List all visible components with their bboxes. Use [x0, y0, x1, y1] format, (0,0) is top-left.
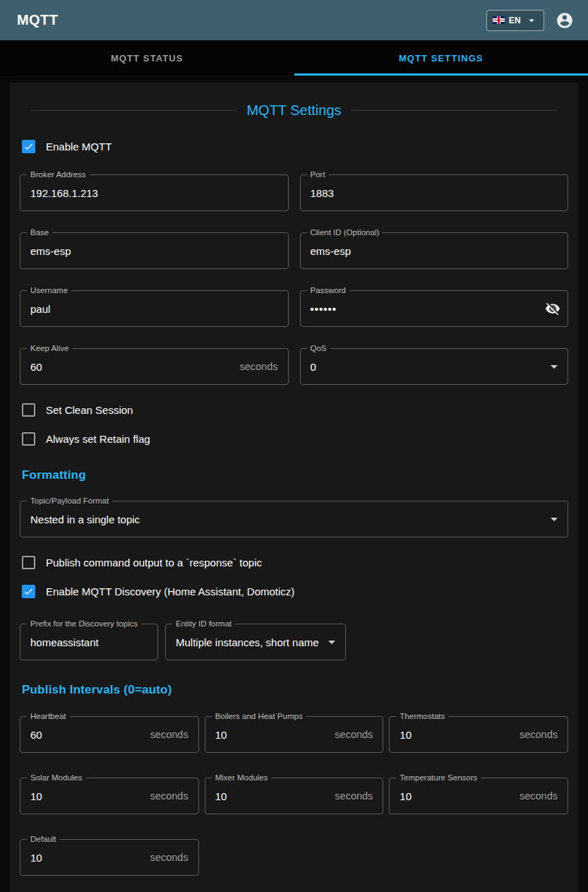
account-circle-icon — [556, 11, 574, 30]
field-suffix: seconds — [150, 852, 188, 863]
field-value: 10 — [400, 790, 514, 802]
field-label: QoS — [307, 344, 330, 353]
field-value: 60 — [30, 361, 234, 373]
field-label: Thermostats — [396, 712, 448, 721]
tab-mqtt-settings[interactable]: MQTT SETTINGS — [294, 40, 588, 76]
heartbeat-interval-field[interactable]: Heartbeat 60 seconds — [20, 716, 199, 753]
field-value: paul — [30, 303, 278, 315]
field-value: ems-esp — [30, 245, 278, 257]
divider-line — [31, 110, 236, 111]
field-label: Entity ID format — [172, 619, 235, 629]
mixer-interval-field[interactable]: Mixer Modules 10 seconds — [205, 778, 384, 814]
formatting-heading: Formatting — [22, 468, 568, 482]
mqtt-discovery-checkbox[interactable]: Enable MQTT Discovery (Home Assistant, D… — [20, 585, 568, 598]
field-value: •••••• — [311, 303, 546, 315]
account-button[interactable] — [556, 11, 575, 30]
checkbox-label: Enable MQTT Discovery (Home Assistant, D… — [46, 585, 294, 597]
field-suffix: seconds — [335, 729, 373, 740]
dropdown-arrow-icon — [546, 358, 558, 375]
field-label: Prefix for the Discovery topics — [27, 619, 141, 629]
field-label: Client ID (Optional) — [307, 228, 383, 237]
field-value: 60 — [30, 729, 145, 741]
settings-card: MQTT Settings Enable MQTT Broker Address… — [10, 83, 578, 892]
dropdown-arrow-icon — [546, 511, 558, 528]
clean-session-checkbox[interactable]: Set Clean Session — [20, 403, 568, 417]
boilers-interval-field[interactable]: Boilers and Heat Pumps 10 seconds — [205, 716, 384, 753]
retain-flag-checkbox[interactable]: Always set Retain flag — [20, 432, 568, 446]
field-suffix: seconds — [335, 790, 373, 802]
field-suffix: seconds — [520, 729, 558, 740]
field-suffix: seconds — [239, 361, 277, 372]
temperature-sensors-interval-field[interactable]: Temperature Sensors 10 seconds — [389, 778, 568, 814]
interval-fields: Heartbeat 60 seconds Boilers and Heat Pu… — [20, 716, 568, 876]
visibility-off-icon — [545, 301, 560, 316]
checkbox-unchecked-icon — [22, 432, 35, 446]
keep-alive-field[interactable]: Keep Alive 60 seconds — [20, 348, 289, 385]
field-label: Base — [27, 228, 52, 237]
checkbox-checked-icon — [22, 585, 35, 598]
qos-select[interactable]: QoS 0 — [300, 348, 569, 385]
uk-flag-icon — [493, 16, 505, 24]
page-title-text: MQTT Settings — [246, 102, 341, 119]
field-suffix: seconds — [150, 729, 188, 740]
entity-id-format-select[interactable]: Entity ID format Multiple instances, sho… — [165, 624, 346, 660]
field-label: Password — [307, 286, 350, 295]
discovery-prefix-field[interactable]: Prefix for the Discovery topics homeassi… — [20, 624, 158, 660]
client-id-field[interactable]: Client ID (Optional) ems-esp — [300, 232, 569, 269]
broker-address-field[interactable]: Broker Address 192.168.1.213 — [20, 174, 289, 211]
field-value: Multiple instances, short name — [176, 636, 323, 648]
topic-payload-format-select[interactable]: Topic/Payload Format Nested in a single … — [20, 501, 568, 537]
app-bar-actions: EN — [486, 10, 575, 31]
field-value: homeassistant — [30, 636, 148, 648]
app-title: MQTT — [17, 12, 58, 28]
checkbox-label: Set Clean Session — [46, 404, 133, 416]
checkbox-label: Publish command output to a `response` t… — [46, 557, 262, 569]
tab-bar: MQTT STATUS MQTT SETTINGS — [0, 40, 588, 76]
field-label: Mixer Modules — [212, 773, 272, 783]
field-label: Solar Modules — [27, 773, 86, 783]
port-field[interactable]: Port 1883 — [300, 174, 569, 211]
field-value: 10 — [30, 852, 145, 864]
enable-mqtt-checkbox[interactable]: Enable MQTT — [20, 140, 568, 153]
field-label: Keep Alive — [27, 344, 72, 353]
password-field[interactable]: Password •••••• — [300, 290, 569, 327]
field-value: Nested in a single topic — [30, 513, 546, 525]
checkbox-label: Always set Retain flag — [46, 433, 150, 445]
checkbox-checked-icon — [22, 140, 35, 153]
toggle-password-visibility-button[interactable] — [545, 301, 560, 316]
field-value: ems-esp — [311, 245, 558, 257]
default-interval-field[interactable]: Default 10 seconds — [20, 839, 199, 876]
discovery-fields: Prefix for the Discovery topics homeassi… — [20, 624, 568, 660]
field-value: 0 — [311, 361, 546, 373]
field-value: 10 — [30, 790, 145, 802]
language-selector-button[interactable]: EN — [486, 10, 544, 31]
field-value: 192.168.1.213 — [30, 187, 278, 199]
field-label: Broker Address — [27, 170, 90, 179]
field-value: 10 — [215, 790, 330, 802]
divider-line — [352, 110, 557, 111]
thermostats-interval-field[interactable]: Thermostats 10 seconds — [389, 716, 568, 753]
checkbox-unchecked-icon — [22, 403, 35, 417]
publish-intervals-heading: Publish Intervals (0=auto) — [22, 683, 568, 697]
app-bar: MQTT EN — [0, 0, 588, 40]
field-label: Boilers and Heat Pumps — [212, 712, 306, 721]
checkbox-unchecked-icon — [22, 556, 35, 569]
field-value: 10 — [215, 729, 330, 741]
field-label: Port — [307, 170, 329, 179]
language-label: EN — [509, 16, 521, 25]
field-label: Heartbeat — [27, 712, 70, 721]
tab-mqtt-status[interactable]: MQTT STATUS — [0, 40, 294, 76]
field-label: Topic/Payload Format — [27, 496, 112, 506]
page-title: MQTT Settings — [31, 102, 557, 119]
field-suffix: seconds — [150, 790, 188, 802]
solar-interval-field[interactable]: Solar Modules 10 seconds — [20, 778, 199, 814]
connection-fields: Broker Address 192.168.1.213 Port 1883 B… — [20, 174, 568, 385]
chevron-down-icon — [525, 14, 538, 27]
username-field[interactable]: Username paul — [20, 290, 289, 327]
base-field[interactable]: Base ems-esp — [20, 232, 289, 269]
field-suffix: seconds — [520, 790, 558, 802]
checkbox-label: Enable MQTT — [46, 141, 112, 153]
publish-response-checkbox[interactable]: Publish command output to a `response` t… — [20, 556, 568, 569]
field-label: Default — [27, 835, 59, 844]
field-label: Temperature Sensors — [396, 773, 481, 783]
